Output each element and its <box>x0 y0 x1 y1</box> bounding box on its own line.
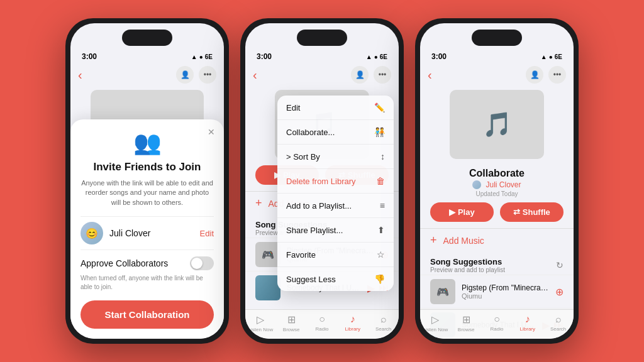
section-title-3: Song Suggestions <box>430 257 505 266</box>
tab-library-2[interactable]: ♪ Library <box>337 314 368 332</box>
nav-bar-1: ‹ 👤 ••• <box>70 63 224 87</box>
song-title-3-1: Pigstep (From "Minecraft") <box>462 283 549 292</box>
search-label-3: Search <box>550 326 566 332</box>
back-button-3[interactable]: ‹ <box>428 69 432 81</box>
radio-icon-3: ○ <box>494 314 500 325</box>
song-row-3-1: 🎮 Pigstep (From "Minecraft") Qiumu ⊕ <box>420 275 574 308</box>
tab-search-2[interactable]: ⌕ Search <box>368 314 399 332</box>
nav-icons-3: 👤 ••• <box>526 66 566 84</box>
listen-now-label-3: Listen Now <box>423 327 448 332</box>
menu-item-favorite[interactable]: Favorite ☆ <box>277 243 394 267</box>
toggle-collaborators[interactable] <box>190 256 214 270</box>
tab-bar-2: ▷ Listen Now ⊞ Browse ○ Radio ♪ Library … <box>245 309 399 339</box>
invite-sheet: ✕ 👥 Invite Friends to Join Anyone with t… <box>70 119 224 339</box>
sort-icon: ↕ <box>380 151 385 162</box>
browse-icon-3: ⊞ <box>462 314 470 326</box>
tab-browse-3[interactable]: ⊞ Browse <box>451 314 482 332</box>
collaborate-icon: 🧑‍🤝‍🧑 <box>374 127 385 137</box>
menu-item-collaborate[interactable]: Collaborate... 🧑‍🤝‍🧑 <box>277 120 394 145</box>
close-icon[interactable]: ✕ <box>208 127 215 137</box>
menu-item-suggest-less[interactable]: Suggest Less 👎 <box>277 267 394 291</box>
sheet-user-row: 😊 Juli Clover Edit <box>80 216 214 250</box>
section-header-3: Song Suggestions Preview and add to play… <box>420 252 574 275</box>
nav-bar-3: ‹ 👤 ••• <box>420 63 574 87</box>
dynamic-island-3 <box>472 30 522 46</box>
song-info-3-1: Pigstep (From "Minecraft") Qiumu <box>462 283 549 300</box>
wifi-icon-1: ● <box>199 53 203 60</box>
invite-title: Invite Friends to Join <box>80 161 214 173</box>
browse-label-2: Browse <box>283 327 300 332</box>
add-song-button-3-1[interactable]: ⊕ <box>555 286 564 298</box>
tab-bar-3: ▷ Listen Now ⊞ Browse ○ Radio ♪ Library … <box>420 309 574 339</box>
album-art-3: 🎵 <box>450 90 544 159</box>
back-button-2[interactable]: ‹ <box>253 69 257 81</box>
signal-icon-1: ▲ <box>191 53 197 60</box>
menu-item-delete[interactable]: Delete from Library 🗑 <box>277 169 394 194</box>
people-icon: 👥 <box>133 129 162 156</box>
listen-now-icon-3: ▷ <box>431 314 439 326</box>
status-icons-1: ▲ ● 6E <box>191 53 213 60</box>
section-info-3: Song Suggestions Preview and add to play… <box>430 257 505 273</box>
phone-1: 3:00 ▲ ● 6E ‹ 👤 ••• 🎵 <box>65 18 229 344</box>
add-music-label-3: Add Music <box>443 236 484 246</box>
radio-label-2: Radio <box>316 326 329 332</box>
menu-share-label: Share Playlist... <box>286 226 343 235</box>
browse-icon-2: ⊞ <box>287 314 296 326</box>
refresh-icon-3[interactable]: ↻ <box>556 260 564 270</box>
song-thumb-3-1: 🎮 <box>430 279 455 304</box>
menu-item-share[interactable]: Share Playlist... ⬆ <box>277 218 394 243</box>
collab-row: Approve Collaborators <box>80 256 214 270</box>
signal-icon-3: ▲ <box>541 53 547 60</box>
collab-label: Approve Collaborators <box>80 258 168 268</box>
tab-radio-2[interactable]: ○ Radio <box>307 314 338 332</box>
shuffle-button-3[interactable]: ⇄ Shuffle <box>500 202 564 222</box>
person-icon-2[interactable]: 👤 <box>351 66 369 84</box>
radio-label-3: Radio <box>491 326 504 332</box>
menu-item-add-playlist[interactable]: Add to a Playlist... ≡ <box>277 194 394 218</box>
play-button-3[interactable]: ▶ Play <box>430 202 494 222</box>
edit-icon: ✏️ <box>374 102 385 112</box>
search-icon-3: ⌕ <box>555 314 562 325</box>
tab-listen-now-3[interactable]: ▷ Listen Now <box>420 314 451 332</box>
signal-icon-2: ▲ <box>366 53 372 60</box>
phone-3-screen: 3:00 ▲ ● 6E ‹ 👤 ••• 🎵 <box>420 23 574 339</box>
tab-listen-now-2[interactable]: ▷ Listen Now <box>245 314 276 332</box>
more-icon-2[interactable]: ••• <box>374 66 391 84</box>
phone-1-screen: 3:00 ▲ ● 6E ‹ 👤 ••• 🎵 <box>70 23 224 339</box>
sheet-user-left: 😊 Juli Clover <box>80 222 150 244</box>
menu-delete-label: Delete from Library <box>286 177 356 186</box>
song-artist-3-1: Qiumu <box>462 292 549 300</box>
menu-favorite-label: Favorite <box>286 250 316 260</box>
person-icon-3[interactable]: 👤 <box>526 66 543 84</box>
menu-item-edit[interactable]: Edit ✏️ <box>277 96 394 120</box>
person-icon-1[interactable]: 👤 <box>176 66 194 84</box>
user-dot-icon-3 <box>472 180 481 189</box>
battery-icon-1: 6E <box>205 53 213 60</box>
add-music-row-3[interactable]: + Add Music <box>420 228 574 252</box>
album-art-wrapper-3: 🎵 <box>420 87 574 165</box>
phone-3: 3:00 ▲ ● 6E ‹ 👤 ••• 🎵 <box>415 18 579 344</box>
music-note-icon-3: 🎵 <box>482 111 512 138</box>
library-label-2: Library <box>345 326 360 332</box>
browse-label-3: Browse <box>458 327 475 332</box>
time-3: 3:00 <box>431 52 447 61</box>
menu-collaborate-label: Collaborate... <box>286 128 335 137</box>
more-icon-3[interactable]: ••• <box>548 66 566 84</box>
back-button-1[interactable]: ‹ <box>78 69 82 81</box>
menu-item-sort[interactable]: > Sort By ↕ <box>277 145 394 169</box>
status-icons-3: ▲ ● 6E <box>541 53 562 60</box>
tab-radio-3[interactable]: ○ Radio <box>482 314 513 332</box>
tab-search-3[interactable]: ⌕ Search <box>543 314 574 332</box>
tab-browse-2[interactable]: ⊞ Browse <box>276 314 307 332</box>
playlist-title-3: Collaborate <box>430 168 564 179</box>
start-collaboration-button[interactable]: Start Collaboration <box>80 300 214 329</box>
playlist-info-3: Collaborate Juli Clover Updated Today <box>420 165 574 202</box>
more-icon-1[interactable]: ••• <box>199 66 216 84</box>
menu-suggest-less-label: Suggest Less <box>286 275 336 284</box>
collab-description: When turned off, anyone with the link wi… <box>80 274 214 292</box>
battery-icon-2: 6E <box>380 53 387 60</box>
edit-link[interactable]: Edit <box>200 229 214 238</box>
playlist-updated-3: Updated Today <box>430 190 564 197</box>
tab-library-3[interactable]: ♪ Library <box>512 314 543 332</box>
library-label-3: Library <box>520 326 535 332</box>
